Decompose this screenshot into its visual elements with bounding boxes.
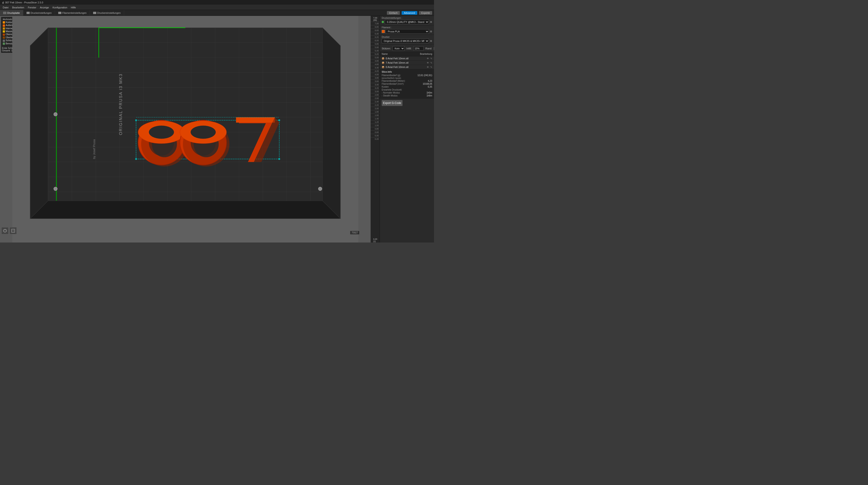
ruler-mark: 1,40: [371, 117, 380, 120]
ruler-mark: 1,60: [371, 114, 380, 117]
object-visibility-icon[interactable]: 👁: [427, 66, 429, 68]
filament-meter-row: Filamentbedarf (Meter): 4,23: [382, 80, 432, 82]
filament-select[interactable]: Prusa PLA: [386, 29, 429, 34]
object-visibility-icon[interactable]: 👁: [427, 62, 429, 64]
ruler-mark: 5,00: [371, 56, 380, 59]
layer-top-value: 7,00 (35): [373, 17, 377, 21]
normal-mode-label: - Normaler Modus: [382, 92, 400, 94]
object-edit-icon[interactable]: ✎: [430, 62, 432, 64]
object-name: 7 Arial Fett 10mm.stl: [386, 61, 425, 64]
app-icon: 🖨: [2, 1, 4, 4]
ruler-mark: 3,40: [371, 83, 380, 86]
export-gcode-button[interactable]: Export G-Code: [382, 100, 403, 106]
printer-label: Drucker: [382, 36, 432, 38]
svg-point-31: [135, 119, 137, 121]
filament-label: Filament :: [382, 26, 432, 29]
printer-settings-icon[interactable]: ⚙: [430, 40, 432, 42]
tab-druckeinstellungen[interactable]: Druckeinstellungen: [23, 10, 55, 15]
view-buttons: [1, 227, 17, 234]
menu-anzeige[interactable]: Anzeige: [38, 6, 51, 9]
print-settings-label: Druckeinstellungen :: [382, 17, 432, 19]
object-edit-icon[interactable]: ✎: [430, 57, 432, 60]
object-list-item[interactable]: 📦 0 Arial Fett 10mm.stl 👁 ✎: [380, 56, 434, 61]
druckereinstellungen-icon: [93, 12, 96, 14]
druck-label: Erwartete Druckzeit:: [382, 89, 402, 91]
objects-header: Name Bearbeitung: [380, 52, 434, 56]
menu-datei[interactable]: Datei: [1, 6, 10, 9]
infill-input[interactable]: [413, 46, 424, 51]
mode-buttons: Einfach Advanced Experte: [387, 11, 434, 15]
normal-mode-row: - Normaler Modus 1h0m: [382, 92, 432, 94]
filament-settings-icon[interactable]: ⚙: [430, 30, 432, 33]
ruler-mark: 3,20: [371, 86, 380, 90]
kosten-label: Kosten: [382, 86, 389, 88]
filamenteinstellungen-icon: [58, 12, 61, 14]
object-icon: 📦: [382, 57, 384, 60]
mode-expert-button[interactable]: Experte: [419, 11, 432, 15]
normal-mode-value: 1h0m: [427, 92, 432, 94]
tab-filamenteinstellungen-label: Filamenteinstellungen: [62, 11, 87, 14]
filament-meter-label: Filamentbedarf (Meter):: [382, 80, 405, 82]
right-panel: Druckeinstellungen : 0.20mm QUALITY @MK3…: [380, 16, 434, 243]
menu-bearbeiten[interactable]: Bearbeiten: [10, 6, 26, 9]
svg-text:ORIGINAL PRUSA i3 MK3: ORIGINAL PRUSA i3 MK3: [118, 73, 123, 135]
object-list-item[interactable]: 📦 7 Arial Fett 10mm.stl 👁 ✎: [380, 61, 434, 65]
tab-druckereinstellungen[interactable]: Druckereinstellungen: [90, 10, 124, 15]
ruler-mark: 5,80: [371, 42, 380, 45]
filament-mm3-label: Filamentbedarf (mm³):: [382, 83, 404, 85]
menubar: Datei Bearbeiten Fenster Anzeige Konfigu…: [0, 5, 434, 10]
zoom-indicator: 75927: [350, 231, 359, 234]
tab-filamenteinstellungen[interactable]: Filamenteinstellungen: [55, 10, 90, 15]
tab-druckplatte[interactable]: Druckplatte: [0, 10, 23, 15]
menu-konfiguration[interactable]: Konfiguration: [51, 6, 69, 9]
ruler-mark: 6,60: [371, 29, 380, 32]
ruler-mark: 0,60: [371, 130, 380, 134]
infill-label: Infill:: [406, 47, 411, 50]
3d-viewport[interactable]: Merkmalstyp Zeit Prozent Genutztes Filam…: [0, 16, 371, 243]
druckplatte-icon: [3, 12, 6, 14]
svg-marker-3: [322, 28, 340, 219]
right-panel-scroll[interactable]: Druckeinstellungen : 0.20mm QUALITY @MK3…: [380, 16, 434, 243]
ruler-mark: 6,20: [371, 35, 380, 39]
mode-advanced-button[interactable]: Advanced: [402, 11, 417, 15]
filament-g-row: Filamentbedarf (g): 12,61 (242,61): [382, 74, 432, 76]
object-list-item[interactable]: 📦 0 Arial Fett 10mm.stl 👁 ✎: [380, 65, 434, 69]
filament-color-swatch[interactable]: [382, 30, 385, 33]
layer-ruler: 7,00 (35) 7,006,806,606,406,206,005,805,…: [371, 16, 380, 243]
svg-marker-1: [30, 201, 340, 219]
ruler-mark: 6,00: [371, 39, 380, 42]
filament-row: Prusa PLA ⚙: [382, 29, 432, 34]
ruler-mark: 0,20: [371, 137, 380, 140]
mode-einfach-button[interactable]: Einfach: [387, 11, 400, 15]
perspective-view-button[interactable]: [1, 227, 9, 234]
druck-label-row: Erwartete Druckzeit:: [382, 89, 432, 91]
ruler-mark: 2,20: [371, 103, 380, 107]
ruler-mark: 2,00: [371, 107, 380, 110]
tabbar: Druckplatte Druckeinstellungen Filamente…: [0, 10, 434, 16]
supports-select[interactable]: Kein: [393, 46, 405, 51]
object-icon: 📦: [382, 66, 384, 68]
ruler-mark: 4,60: [371, 63, 380, 66]
ruler-mark: 3,00: [371, 90, 380, 93]
spule-row: (einschließlich Spule): [382, 77, 432, 79]
ruler-mark: 5,40: [371, 49, 380, 52]
print-profile-select[interactable]: 0.20mm QUALITY @MK3 - Standart: [385, 20, 429, 24]
ruler-mark: 5,20: [371, 52, 380, 56]
svg-marker-2: [30, 28, 48, 219]
supports-label: Stützen:: [382, 47, 391, 50]
rand-checkbox[interactable]: [434, 47, 434, 50]
object-icon: 📦: [382, 62, 384, 64]
printer-select[interactable]: Original Prusa i3 MK3S & MK3S+ MMU2S Sin…: [382, 39, 429, 43]
svg-point-51: [54, 112, 57, 116]
ruler-mark: 4,00: [371, 73, 380, 76]
spule-label: (einschließlich Spule): [382, 77, 401, 79]
menu-hilfe[interactable]: Hilfe: [69, 6, 78, 9]
tab-druckeinstellungen-label: Druckeinstellungen: [31, 11, 52, 14]
slice-info-title: Slice-Info: [382, 71, 432, 73]
titlebar: 🖨 007 Fett 10mm - PrusaSlicer 2.5.0: [0, 0, 434, 5]
flat-view-button[interactable]: [9, 227, 17, 234]
menu-fenster[interactable]: Fenster: [26, 6, 38, 9]
object-edit-icon[interactable]: ✎: [430, 66, 432, 68]
object-visibility-icon[interactable]: 👁: [427, 57, 429, 60]
profile-settings-icon[interactable]: ⚙: [430, 21, 432, 24]
